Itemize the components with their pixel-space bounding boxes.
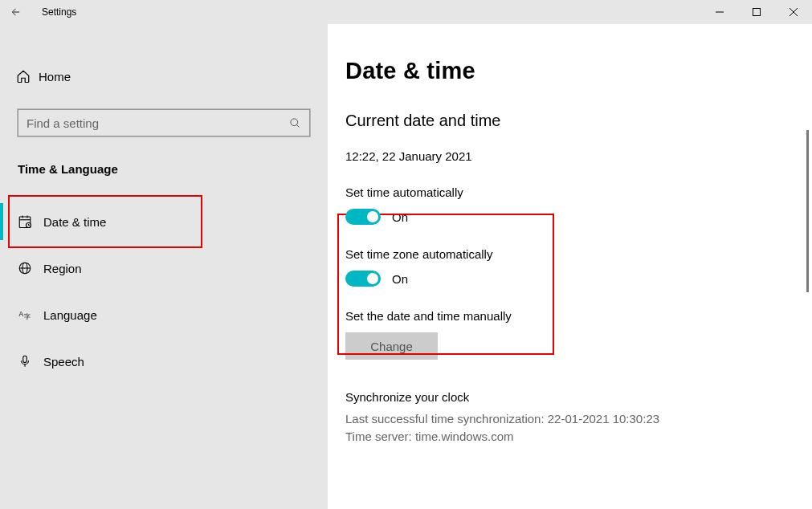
change-button: Change [345,332,438,360]
search-input[interactable] [27,116,280,130]
svg-rect-18 [23,356,27,362]
nav-item-language[interactable]: A字 Language [0,291,328,338]
back-button[interactable] [0,0,32,24]
settings-window: Settings Home [0,0,812,509]
sync-info: Last successful time synchronization: 22… [345,410,812,446]
titlebar: Settings [0,0,812,24]
search-box[interactable] [18,109,310,136]
nav-item-label: Speech [43,355,84,369]
mic-icon [18,354,43,369]
current-datetime-heading: Current date and time [345,112,812,130]
nav-item-region[interactable]: Region [0,245,328,291]
nav-item-date-time[interactable]: Date & time [0,198,328,245]
set-time-auto-toggle[interactable] [345,209,381,225]
nav-item-speech[interactable]: Speech [0,338,328,385]
set-time-auto-state: On [392,210,408,224]
page-title: Date & time [345,58,812,84]
nav-item-label: Region [43,262,82,275]
search-container [18,109,310,136]
language-icon: A字 [18,307,43,322]
sync-last-line: Last successful time synchronization: 22… [345,410,812,428]
svg-line-5 [296,124,299,127]
sync-server-line: Time server: time.windows.com [345,428,812,446]
main-panel: Date & time Current date and time 12:22,… [328,24,812,509]
content-area: Home Time & Language Date & time [0,24,812,509]
close-button[interactable] [775,0,812,24]
sidebar: Home Time & Language Date & time [0,24,328,509]
set-time-auto-label: Set time automatically [345,185,812,199]
nav-item-label: Language [43,308,97,322]
window-title: Settings [42,6,76,18]
calendar-icon [18,214,43,229]
set-timezone-auto-block: Set time zone automatically On [345,247,812,287]
svg-rect-1 [753,9,761,16]
svg-text:A: A [19,311,24,318]
globe-icon [18,261,43,275]
svg-text:字: 字 [24,313,31,320]
nav-item-label: Date & time [43,215,106,229]
sync-heading: Synchronize your clock [345,390,812,404]
scrollbar-thumb[interactable] [806,130,809,292]
section-title: Time & Language [18,162,328,176]
set-timezone-auto-label: Set time zone automatically [345,247,812,261]
svg-point-4 [291,118,298,125]
home-button[interactable]: Home [0,58,328,95]
home-icon [16,69,39,83]
set-timezone-auto-toggle[interactable] [345,271,381,287]
window-controls [701,0,812,24]
minimize-button[interactable] [701,0,738,24]
home-label: Home [39,70,71,83]
manual-set-label: Set the date and time manually [345,309,812,323]
search-icon [289,110,301,136]
nav-list: Date & time Region A字 Language [0,198,328,385]
maximize-button[interactable] [738,0,775,24]
current-datetime-value: 12:22, 22 January 2021 [345,149,812,163]
set-time-auto-block: Set time automatically On [345,185,812,225]
set-timezone-auto-state: On [392,272,408,286]
